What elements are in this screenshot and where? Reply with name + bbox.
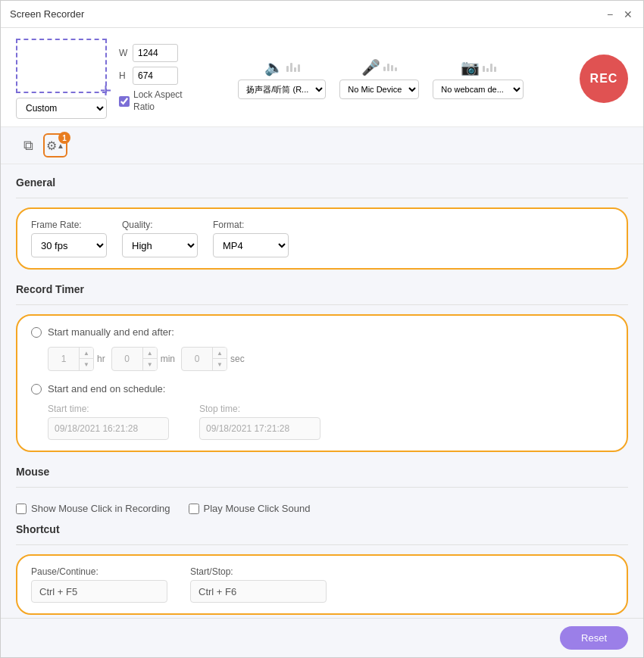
- timer-group: Start manually and end after: ▲ ▼ hr: [16, 314, 628, 452]
- speaker-icon: 🔈: [264, 58, 283, 76]
- shortcut-group: Pause/Continue: Start/Stop:: [16, 554, 628, 615]
- close-button[interactable]: ✕: [622, 8, 634, 20]
- start-stop-field: Start/Stop:: [190, 566, 327, 603]
- mouse-title: Mouse: [16, 466, 628, 478]
- speaker-dropdown[interactable]: 扬声器/听筒 (R...: [238, 80, 326, 99]
- copy-icon: ⧉: [23, 138, 33, 154]
- start-stop-input[interactable]: [190, 580, 327, 603]
- webcam-dropdown[interactable]: No webcam de...: [433, 80, 524, 99]
- badge: 1: [58, 132, 70, 144]
- min-down[interactable]: ▼: [143, 359, 157, 370]
- quality-label: Quality:: [122, 220, 198, 230]
- bar3: [391, 65, 393, 71]
- format-label: Format:: [213, 220, 289, 230]
- webcam-icon-row: 📷: [461, 58, 496, 76]
- hr-arrows: ▲ ▼: [79, 348, 93, 370]
- play-sound-checkbox[interactable]: [189, 504, 199, 514]
- mic-device: 🎤 No Mic Device: [339, 58, 419, 99]
- format-field: Format: MP4 MOV AVI GIF: [213, 220, 289, 257]
- titlebar: Screen Recorder − ✕: [1, 1, 643, 28]
- manual-radio[interactable]: [31, 327, 42, 338]
- play-sound-item: Play Mouse Click Sound: [189, 503, 311, 514]
- show-click-label: Show Mouse Click in Recording: [31, 503, 170, 514]
- bar4: [494, 67, 496, 72]
- webcam-bars: [483, 64, 496, 72]
- format-select[interactable]: MP4 MOV AVI GIF: [213, 233, 289, 257]
- sec-up[interactable]: ▲: [213, 348, 227, 359]
- minimize-button[interactable]: −: [604, 8, 616, 20]
- width-input[interactable]: [133, 44, 178, 62]
- min-input[interactable]: [112, 348, 142, 370]
- min-label: min: [161, 354, 175, 364]
- show-click-checkbox[interactable]: [16, 504, 27, 514]
- width-label: W: [119, 48, 128, 58]
- main-window: Screen Recorder − ✕ ✛ Custom Full Screen…: [0, 0, 644, 658]
- speaker-icon-row: 🔈: [264, 58, 300, 76]
- bar4: [395, 67, 397, 71]
- height-label: H: [119, 70, 128, 81]
- sec-down[interactable]: ▼: [213, 359, 227, 370]
- bar4: [298, 64, 300, 72]
- sec-spinner: ▲ ▼: [181, 347, 227, 371]
- sec-label: sec: [230, 354, 245, 364]
- record-timer-divider: [16, 304, 628, 305]
- reset-button[interactable]: Reset: [560, 626, 628, 650]
- width-row: W: [119, 44, 183, 62]
- speaker-device: 🔈 扬声器/听筒 (R...: [238, 58, 326, 99]
- sec-input[interactable]: [182, 348, 212, 370]
- general-divider: [16, 198, 628, 198]
- preset-dropdown[interactable]: Custom Full Screen 1280×720 1920×1080: [16, 98, 107, 119]
- hr-down[interactable]: ▼: [80, 359, 93, 370]
- pause-label: Pause/Continue:: [31, 566, 167, 577]
- hr-up[interactable]: ▲: [80, 348, 93, 359]
- hr-spinner: ▲ ▼: [48, 347, 94, 371]
- hr-input[interactable]: [48, 348, 79, 370]
- shortcut-title: Shortcut: [16, 523, 628, 535]
- sec-arrows: ▲ ▼: [212, 348, 227, 370]
- toolbar: ⧉ ⚙ ▲ 1: [1, 127, 643, 164]
- stop-time-field: Stop time:: [199, 404, 320, 440]
- min-up[interactable]: ▲: [143, 348, 157, 359]
- shortcut-divider: [16, 544, 628, 545]
- main-content: General Frame Rate: 30 fps 60 fps 24 fps…: [1, 164, 643, 618]
- stop-time-input[interactable]: [199, 417, 320, 440]
- start-time-input[interactable]: [48, 417, 169, 440]
- bar3: [294, 67, 296, 72]
- quality-select[interactable]: High Medium Low: [122, 233, 198, 257]
- bar3: [490, 64, 492, 72]
- rec-button[interactable]: REC: [580, 55, 628, 103]
- height-input[interactable]: [133, 67, 178, 85]
- bottom-bar: Reset: [1, 618, 643, 657]
- schedule-radio[interactable]: [31, 384, 42, 394]
- frame-rate-label: Frame Rate:: [31, 220, 107, 230]
- capture-area-preview[interactable]: ✛: [16, 39, 107, 93]
- crosshair-icon: ✛: [100, 84, 111, 98]
- frame-rate-field: Frame Rate: 30 fps 60 fps 24 fps 15 fps: [31, 220, 107, 257]
- mic-icon: 🎤: [361, 58, 380, 76]
- window-title: Screen Recorder: [10, 8, 604, 20]
- copy-button[interactable]: ⧉: [16, 133, 40, 157]
- stop-time-label: Stop time:: [199, 404, 320, 414]
- dimensions-panel: W H Lock AspectRatio: [119, 44, 183, 113]
- window-controls: − ✕: [604, 8, 634, 20]
- lock-aspect-label: Lock AspectRatio: [133, 89, 183, 113]
- lock-aspect-row: Lock AspectRatio: [119, 89, 183, 113]
- pause-input[interactable]: [31, 580, 167, 603]
- start-time-field: Start time:: [48, 404, 169, 440]
- audio-section: 🔈 扬声器/听筒 (R... 🎤: [195, 58, 567, 99]
- general-title: General: [16, 176, 628, 189]
- hr-group: ▲ ▼ hr: [48, 347, 105, 371]
- mouse-checkbox-row: Show Mouse Click in Recording Play Mouse…: [16, 497, 628, 520]
- mic-dropdown[interactable]: No Mic Device: [339, 80, 419, 99]
- schedule-radio-row: Start and end on schedule:: [31, 383, 613, 394]
- start-stop-label: Start/Stop:: [190, 566, 327, 577]
- quality-field: Quality: High Medium Low: [122, 220, 198, 257]
- lock-aspect-checkbox[interactable]: [119, 96, 130, 107]
- schedule-inputs-row: Start time: Stop time:: [31, 404, 613, 440]
- frame-rate-select[interactable]: 30 fps 60 fps 24 fps 15 fps: [31, 233, 107, 257]
- webcam-icon: 📷: [461, 58, 480, 76]
- bar2: [486, 68, 489, 72]
- settings-button[interactable]: ⚙ ▲ 1: [43, 133, 67, 157]
- speaker-bars: [286, 63, 300, 72]
- pause-field: Pause/Continue:: [31, 566, 167, 603]
